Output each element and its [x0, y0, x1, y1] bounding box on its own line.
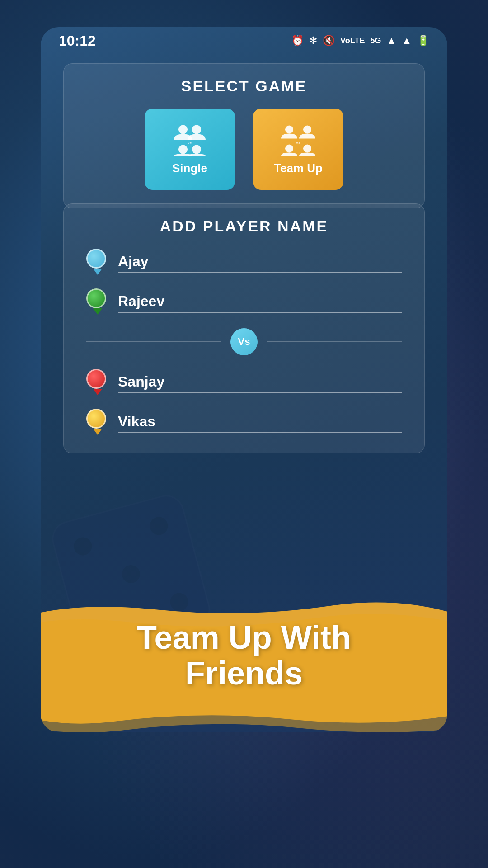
vs-line-left: [86, 341, 221, 342]
vs-divider: Vs: [86, 328, 402, 355]
banner-line1: Team Up With: [137, 619, 351, 656]
5g-label: 5G: [370, 36, 381, 46]
svg-point-8: [285, 145, 293, 153]
signal2-icon: ▲: [402, 35, 412, 47]
player1-marker: [86, 249, 109, 275]
svg-point-9: [303, 145, 311, 153]
add-player-card: ADD PLAYER NAME Vs: [63, 203, 425, 453]
teamup-label: Team Up: [274, 161, 323, 175]
player4-input[interactable]: [118, 411, 402, 433]
player1-pin-circle: [86, 249, 106, 269]
bluetooth-icon: ✻: [309, 35, 317, 47]
svg-text:vs: vs: [296, 140, 300, 145]
player2-input-wrap: [118, 291, 402, 313]
player3-marker: [86, 369, 109, 395]
player3-pin-circle: [86, 369, 106, 389]
svg-point-1: [192, 125, 201, 134]
svg-point-4: [192, 145, 201, 154]
vs-line-right: [267, 341, 402, 342]
banner-text: Team Up With Friends: [137, 620, 351, 691]
player2-marker: [86, 288, 109, 315]
svg-text:vs: vs: [187, 140, 192, 145]
battery-icon: 🔋: [417, 35, 429, 47]
player-row-4: [86, 409, 402, 435]
player4-pin-tail: [93, 429, 102, 435]
player1-input[interactable]: [118, 251, 402, 273]
player-row-1: [86, 249, 402, 275]
player2-pin-circle: [86, 288, 106, 308]
player-row-2: [86, 288, 402, 315]
svg-point-3: [178, 145, 188, 154]
add-player-title: ADD PLAYER NAME: [86, 217, 402, 235]
player3-pin-tail: [93, 389, 102, 395]
status-time: 10:12: [59, 33, 96, 49]
signal-icon: ▲: [386, 35, 396, 47]
player-row-3: [86, 369, 402, 395]
player4-input-wrap: [118, 411, 402, 433]
player1-input-wrap: [118, 251, 402, 273]
player1-pin-tail: [93, 269, 102, 275]
phone-frame: 10:12 ⏰ ✻ 🔇 VoLTE 5G ▲ ▲ 🔋 SELECT GAME: [41, 27, 447, 732]
volte-label: VoLTE: [340, 36, 365, 46]
single-players-icon: vs: [169, 123, 210, 157]
status-icons: ⏰ ✻ 🔇 VoLTE 5G ▲ ▲ 🔋: [291, 35, 429, 47]
player3-input[interactable]: [118, 371, 402, 393]
single-game-button[interactable]: vs Single: [145, 108, 235, 190]
player4-marker: [86, 409, 109, 435]
select-game-card: SELECT GAME vs Single: [63, 63, 425, 208]
mute-icon: 🔇: [323, 35, 335, 47]
svg-point-6: [303, 126, 311, 134]
status-bar: 10:12 ⏰ ✻ 🔇 VoLTE 5G ▲ ▲ 🔋: [41, 27, 447, 54]
player4-pin-circle: [86, 409, 106, 429]
game-options: vs Single vs: [82, 108, 406, 190]
svg-point-5: [285, 126, 293, 134]
teamup-players-icon: vs: [278, 123, 319, 157]
banner-line2: Friends: [185, 655, 303, 691]
dice-dot: [72, 535, 94, 557]
player2-pin-tail: [93, 308, 102, 315]
vs-badge: Vs: [230, 328, 258, 355]
svg-point-0: [178, 125, 188, 134]
alarm-icon: ⏰: [291, 35, 304, 47]
select-game-title: SELECT GAME: [82, 77, 406, 95]
player2-input[interactable]: [118, 291, 402, 313]
dice-dot: [148, 515, 170, 537]
player3-input-wrap: [118, 371, 402, 393]
teamup-game-button[interactable]: vs Team Up: [253, 108, 343, 190]
bottom-banner: Team Up With Friends: [41, 579, 447, 732]
single-label: Single: [172, 161, 207, 175]
